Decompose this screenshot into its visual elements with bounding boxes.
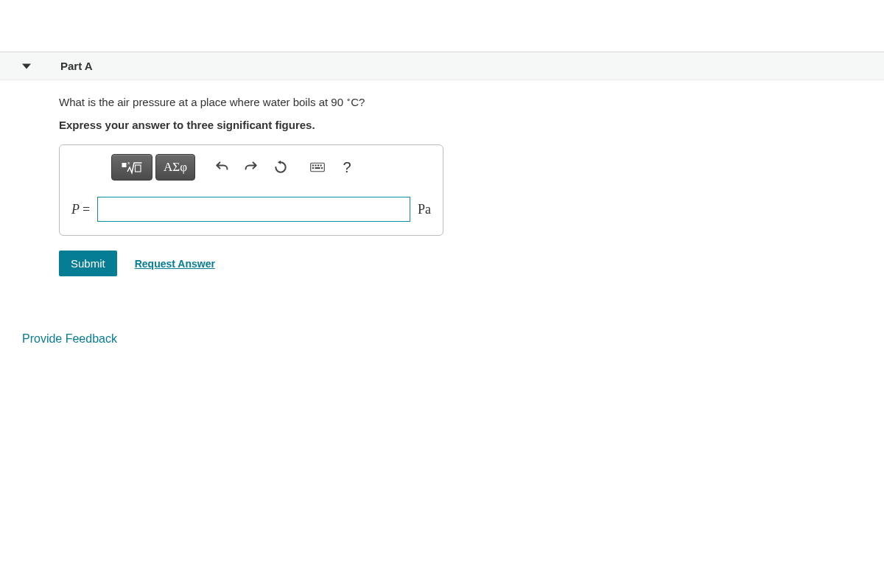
greek-symbols-icon: ΑΣφ — [164, 160, 187, 175]
help-button[interactable]: ? — [334, 154, 360, 181]
variable-label: P= — [71, 202, 90, 217]
answer-box: x ΑΣφ — [59, 144, 443, 236]
svg-rect-7 — [320, 164, 322, 166]
templates-button[interactable]: x — [111, 154, 152, 181]
keyboard-button[interactable] — [304, 154, 331, 181]
root-template-icon: x — [121, 159, 143, 175]
question-text: What is the air pressure at a place wher… — [59, 95, 862, 108]
submit-button[interactable]: Submit — [59, 251, 117, 276]
reset-button[interactable] — [267, 154, 294, 181]
variable-symbol: P — [71, 202, 80, 217]
redo-button[interactable] — [238, 154, 264, 181]
svg-rect-0 — [122, 163, 127, 167]
part-title: Part A — [38, 60, 93, 72]
help-icon: ? — [343, 159, 351, 176]
provide-feedback-link[interactable]: Provide Feedback — [22, 332, 117, 345]
actions-row: Submit Request Answer — [59, 251, 862, 276]
feedback-section: Provide Feedback — [0, 332, 884, 346]
svg-rect-8 — [312, 167, 314, 169]
part-header: Part A — [0, 52, 884, 80]
svg-rect-4 — [312, 164, 314, 166]
svg-rect-10 — [321, 167, 323, 169]
keyboard-icon — [310, 160, 325, 175]
answer-input-row: P= Pa — [71, 197, 431, 222]
equation-toolbar: x ΑΣφ — [71, 154, 431, 181]
reset-icon — [273, 160, 288, 175]
symbols-button[interactable]: ΑΣφ — [155, 154, 195, 181]
svg-rect-5 — [315, 164, 316, 166]
undo-icon — [214, 160, 229, 175]
question-prefix: What is the air pressure at a place wher… — [59, 96, 346, 108]
equals-symbol: = — [83, 202, 90, 217]
svg-rect-6 — [318, 164, 319, 166]
collapse-caret-icon[interactable] — [22, 63, 31, 69]
answer-input[interactable] — [97, 197, 410, 222]
unit-label: Pa — [418, 202, 431, 217]
temp-unit: C — [351, 96, 359, 108]
redo-icon — [244, 160, 259, 175]
question-suffix: ? — [359, 96, 365, 108]
undo-button[interactable] — [208, 154, 235, 181]
svg-text:x: x — [127, 160, 130, 165]
part-content: What is the air pressure at a place wher… — [0, 80, 884, 291]
instruction-text: Express your answer to three significant… — [59, 119, 862, 131]
request-answer-link[interactable]: Request Answer — [135, 258, 215, 270]
svg-rect-9 — [315, 167, 320, 169]
svg-rect-2 — [136, 165, 141, 172]
